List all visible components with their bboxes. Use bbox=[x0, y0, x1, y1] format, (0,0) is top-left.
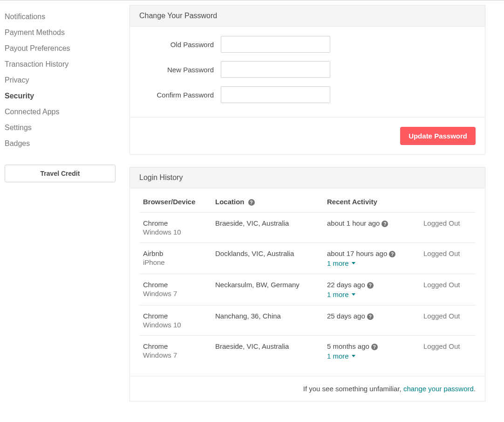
table-row: AirbnbiPhoneDocklands, VIC, Australiaabo… bbox=[139, 243, 476, 274]
cell-location: Braeside, VIC, Australia bbox=[211, 336, 323, 367]
cell-activity: 25 days ago? bbox=[323, 305, 420, 336]
activity-text: 22 days ago bbox=[327, 281, 365, 289]
chevron-down-icon bbox=[352, 355, 355, 357]
sidebar-item-settings[interactable]: Settings bbox=[5, 120, 116, 136]
table-row: ChromeWindows 10Nanchang, 36, China25 da… bbox=[139, 305, 476, 336]
cell-activity: about 17 hours ago?1 more bbox=[323, 243, 420, 274]
change-password-link[interactable]: change your password bbox=[403, 385, 474, 393]
sidebar-item-transaction-history[interactable]: Transaction History bbox=[5, 56, 116, 72]
new-password-input[interactable] bbox=[221, 61, 330, 78]
new-password-label: New Password bbox=[139, 66, 221, 74]
col-header-location: Location ? bbox=[211, 193, 323, 213]
sidebar-item-security[interactable]: Security bbox=[5, 88, 116, 104]
cell-activity: 5 months ago?1 more bbox=[323, 336, 420, 367]
cell-activity: about 1 hour ago? bbox=[323, 213, 420, 243]
more-link[interactable]: 1 more bbox=[327, 259, 355, 267]
confirm-password-label: Confirm Password bbox=[139, 91, 221, 99]
change-password-panel: Change Your Password Old Password New Pa… bbox=[129, 5, 485, 155]
device-name: Windows 10 bbox=[143, 320, 208, 329]
cell-browser: AirbnbiPhone bbox=[139, 243, 211, 274]
help-icon[interactable]: ? bbox=[371, 344, 378, 350]
chevron-down-icon bbox=[352, 293, 355, 296]
cell-browser: ChromeWindows 10 bbox=[139, 213, 211, 243]
sidebar-item-notifications[interactable]: Notifications bbox=[5, 9, 116, 25]
device-name: Windows 7 bbox=[143, 289, 208, 297]
sidebar-item-payment-methods[interactable]: Payment Methods bbox=[5, 25, 116, 41]
cell-activity: 22 days ago?1 more bbox=[323, 274, 420, 305]
activity-text: 25 days ago bbox=[327, 312, 365, 320]
cell-location: Nanchang, 36, China bbox=[211, 305, 323, 336]
device-name: Windows 10 bbox=[143, 227, 208, 236]
chevron-down-icon bbox=[352, 262, 355, 264]
sidebar-item-badges[interactable]: Badges bbox=[5, 136, 116, 152]
col-header-browser: Browser/Device bbox=[139, 193, 211, 213]
cell-browser: ChromeWindows 7 bbox=[139, 274, 211, 305]
col-header-activity: Recent Activity bbox=[323, 193, 420, 213]
browser-name: Chrome bbox=[143, 281, 208, 289]
login-history-note: If you see something unfamiliar, change … bbox=[130, 376, 485, 401]
old-password-input[interactable] bbox=[221, 36, 330, 53]
change-password-title: Change Your Password bbox=[130, 6, 485, 27]
cell-location: Braeside, VIC, Australia bbox=[211, 213, 323, 243]
device-name: iPhone bbox=[143, 257, 208, 266]
login-history-panel: Login History Browser/Device Location ? … bbox=[129, 167, 485, 401]
browser-name: Airbnb bbox=[143, 249, 208, 257]
browser-name: Chrome bbox=[143, 342, 208, 350]
sidebar-item-payout-preferences[interactable]: Payout Preferences bbox=[5, 41, 116, 56]
old-password-label: Old Password bbox=[139, 41, 221, 48]
cell-status: Logged Out bbox=[420, 336, 476, 367]
cell-browser: ChromeWindows 7 bbox=[139, 336, 211, 367]
browser-name: Chrome bbox=[143, 312, 208, 320]
help-icon[interactable]: ? bbox=[367, 282, 374, 289]
table-row: ChromeWindows 7Neckarsulm, BW, Germany22… bbox=[139, 274, 476, 305]
sidebar: Notifications Payment Methods Payout Pre… bbox=[5, 0, 116, 414]
confirm-password-input[interactable] bbox=[221, 86, 330, 103]
col-header-status bbox=[420, 193, 476, 213]
cell-status: Logged Out bbox=[420, 213, 476, 243]
browser-name: Chrome bbox=[143, 219, 208, 227]
sidebar-item-privacy[interactable]: Privacy bbox=[5, 72, 116, 88]
login-history-table: Browser/Device Location ? Recent Activit… bbox=[139, 193, 476, 367]
update-password-button[interactable]: Update Password bbox=[400, 127, 476, 145]
cell-status: Logged Out bbox=[420, 243, 476, 274]
sidebar-item-connected-apps[interactable]: Connected Apps bbox=[5, 104, 116, 120]
more-link[interactable]: 1 more bbox=[327, 352, 355, 360]
table-row: ChromeWindows 10Braeside, VIC, Australia… bbox=[139, 213, 476, 243]
more-link[interactable]: 1 more bbox=[327, 291, 355, 298]
login-history-title: Login History bbox=[130, 167, 485, 188]
help-icon[interactable]: ? bbox=[381, 221, 388, 227]
cell-location: Docklands, VIC, Australia bbox=[211, 243, 323, 274]
help-icon[interactable]: ? bbox=[248, 199, 255, 206]
cell-status: Logged Out bbox=[420, 274, 476, 305]
travel-credit-button[interactable]: Travel Credit bbox=[5, 165, 116, 182]
activity-text: about 17 hours ago bbox=[327, 249, 387, 257]
table-row: ChromeWindows 7Braeside, VIC, Australia5… bbox=[139, 336, 476, 367]
device-name: Windows 7 bbox=[143, 350, 208, 359]
main-content: Change Your Password Old Password New Pa… bbox=[129, 0, 499, 414]
activity-text: 5 months ago bbox=[327, 342, 369, 350]
help-icon[interactable]: ? bbox=[367, 313, 374, 320]
cell-status: Logged Out bbox=[420, 305, 476, 336]
activity-text: about 1 hour ago bbox=[327, 219, 380, 227]
help-icon[interactable]: ? bbox=[389, 251, 395, 257]
cell-browser: ChromeWindows 10 bbox=[139, 305, 211, 336]
cell-location: Neckarsulm, BW, Germany bbox=[211, 274, 323, 305]
